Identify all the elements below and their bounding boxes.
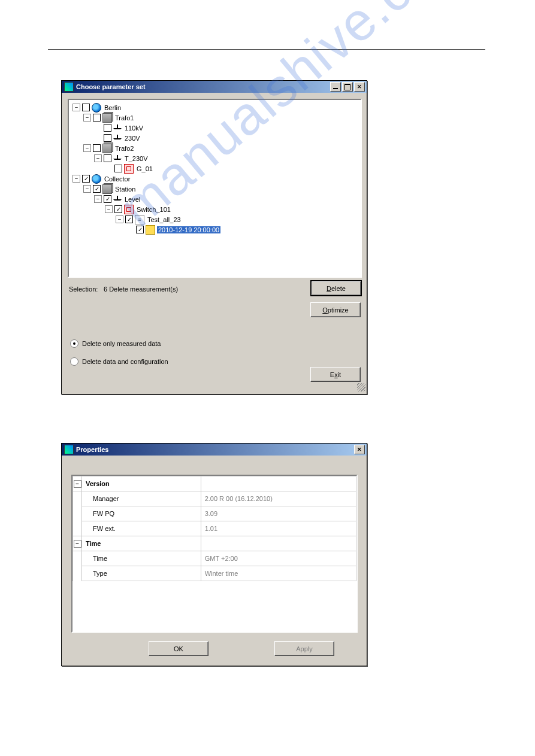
property-row[interactable]: TimeGMT +2:00 [73, 551, 356, 566]
collapse-icon[interactable]: − [72, 175, 80, 183]
tree-label: Test_all_23 [146, 216, 182, 223]
stack-icon [102, 184, 112, 194]
tree-node[interactable]: −Test_all_23 [72, 214, 361, 224]
tree-node[interactable]: −Switch_101 [72, 204, 361, 214]
property-label: FW PQ [82, 506, 201, 521]
collapse-icon[interactable]: − [83, 144, 91, 152]
section-name: Time [82, 536, 201, 551]
radio-delete-config[interactable]: Delete data and configuration [70, 357, 168, 366]
checkbox[interactable] [104, 154, 111, 162]
property-section[interactable]: −Version [73, 476, 356, 491]
property-row[interactable]: Manager2.00 R 00 (16.12.2010) [73, 491, 356, 506]
optimize-button[interactable]: Optimize [310, 302, 361, 317]
tree-node[interactable]: −Collector [72, 174, 361, 184]
radio-delete-only[interactable]: Delete only measured data [70, 339, 161, 348]
section-value [201, 476, 356, 491]
checkbox[interactable] [82, 175, 90, 183]
property-section[interactable]: −Time [73, 536, 356, 551]
collapse-icon[interactable]: − [83, 185, 91, 193]
tree-label: Collector [103, 175, 131, 183]
exit-button[interactable]: Exit [310, 367, 361, 382]
globe-icon [92, 103, 101, 113]
maximize-button[interactable] [342, 82, 353, 92]
tree-node[interactable]: −Berlin [72, 102, 361, 113]
tree-node[interactable]: −Trafo2 [72, 143, 361, 153]
tree-node[interactable]: 230V [72, 133, 361, 143]
property-value: GMT +2:00 [201, 551, 356, 566]
red-icon [124, 164, 134, 174]
close-button[interactable] [354, 82, 365, 92]
collapse-icon[interactable]: − [94, 195, 102, 203]
tree-node[interactable]: −Station [72, 184, 361, 194]
doc-icon [135, 215, 144, 224]
property-row[interactable]: TypeWinter time [73, 566, 356, 581]
property-row[interactable]: FW PQ3.09 [73, 506, 356, 521]
collapse-icon[interactable]: − [83, 114, 91, 122]
tree-panel: −Berlin−Trafo1110kV230V−Trafo2−T_230VG_0… [68, 99, 362, 278]
radio-icon [70, 357, 78, 366]
apply-button[interactable]: Apply [274, 641, 334, 656]
tree-label: Berlin [103, 104, 122, 111]
delete-button[interactable]: Delete [310, 280, 362, 296]
section-name: Version [82, 476, 201, 491]
checkbox[interactable] [114, 205, 122, 213]
tree-node[interactable]: −Level [72, 194, 361, 204]
close-button[interactable] [354, 445, 365, 454]
checkbox[interactable] [93, 185, 101, 193]
tower-icon [113, 195, 122, 204]
tree-label: 2010-12-19 20:00:00 [157, 226, 220, 233]
collapse-icon[interactable]: − [94, 154, 102, 162]
dialog-title: Properties [76, 446, 108, 453]
globe-icon [92, 174, 101, 184]
tree-node[interactable]: 2010-12-19 20:00:00 [72, 224, 361, 235]
checkbox[interactable] [136, 226, 144, 233]
checkbox[interactable] [93, 114, 101, 122]
tree-node[interactable]: −T_230V [72, 153, 361, 163]
checkbox[interactable] [104, 134, 111, 142]
properties-dialog: Properties −VersionManager2.00 R 00 (16.… [61, 443, 367, 666]
tree-node[interactable]: −Trafo1 [72, 113, 361, 123]
collapse-icon[interactable]: − [74, 480, 81, 488]
checkbox[interactable] [114, 165, 122, 172]
checkbox[interactable] [82, 104, 90, 111]
tree-label: Station [114, 186, 137, 193]
tree[interactable]: −Berlin−Trafo1110kV230V−Trafo2−T_230VG_0… [69, 100, 361, 235]
properties-panel: −VersionManager2.00 R 00 (16.12.2010)FW … [71, 475, 358, 633]
checkbox[interactable] [93, 144, 101, 152]
collapse-icon[interactable]: − [72, 104, 80, 111]
checkbox[interactable] [104, 195, 111, 203]
property-label: Time [82, 551, 201, 566]
property-value: Winter time [201, 566, 356, 581]
app-icon [64, 82, 74, 92]
tower-icon [113, 124, 122, 132]
minimize-button[interactable] [330, 82, 341, 92]
app-icon [64, 445, 74, 454]
checkbox[interactable] [125, 215, 133, 223]
stack-icon [102, 113, 112, 123]
ok-button[interactable]: OK [149, 641, 208, 656]
radio-label: Delete only measured data [82, 340, 161, 347]
selection-value: 6 Delete measurement(s) [104, 286, 178, 293]
collapse-icon[interactable]: − [74, 540, 81, 548]
property-label: FW ext. [82, 521, 201, 536]
folder-icon [146, 225, 155, 235]
section-value [201, 536, 356, 551]
tower-icon [113, 154, 122, 163]
red-icon [124, 205, 134, 214]
tree-label: Level [123, 196, 141, 203]
stack-icon [102, 144, 112, 153]
tree-node[interactable]: 110kV [72, 123, 361, 133]
choose-parameter-dialog: Choose parameter set −Berlin−Trafo1110kV… [61, 80, 367, 394]
collapse-icon[interactable]: − [116, 215, 123, 223]
tree-label: T_230V [123, 155, 149, 162]
collapse-icon[interactable]: − [105, 205, 113, 213]
tree-label: 110kV [123, 125, 144, 132]
resize-grip-icon[interactable] [357, 383, 365, 391]
property-row[interactable]: FW ext.1.01 [73, 521, 356, 536]
properties-grid[interactable]: −VersionManager2.00 R 00 (16.12.2010)FW … [72, 476, 356, 581]
tree-label: 230V [123, 135, 141, 142]
radio-label: Delete data and configuration [82, 358, 168, 365]
tree-node[interactable]: G_01 [72, 163, 361, 174]
checkbox[interactable] [104, 124, 111, 132]
property-value: 2.00 R 00 (16.12.2010) [201, 491, 356, 506]
